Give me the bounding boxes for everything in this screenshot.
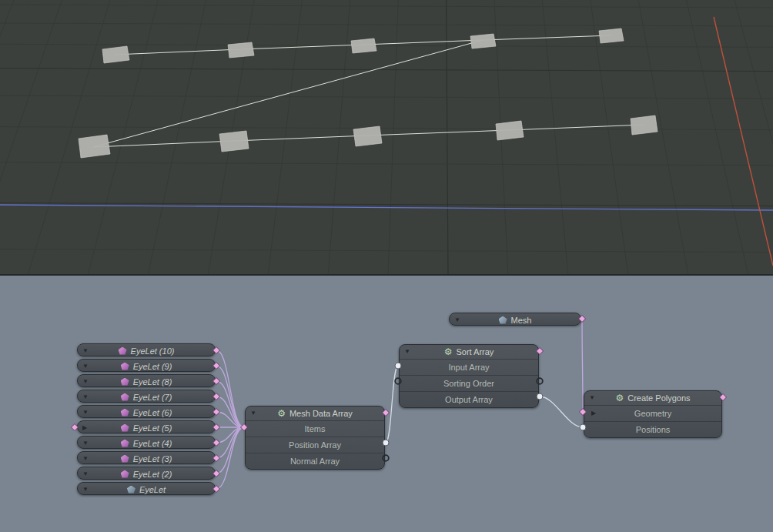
connector-sort-input[interactable] <box>395 363 401 369</box>
collapse-arrow-icon[interactable]: ▼ <box>454 316 460 323</box>
application-window: ▼EyeLet (10) ▼EyeLet (9) ▼EyeLet (8) ▼Ey… <box>0 0 773 532</box>
row-positions[interactable]: Positions <box>584 421 721 437</box>
wire-eyelet9-to-mdaItems[interactable] <box>216 366 244 427</box>
eyelet-quad[interactable] <box>102 46 129 63</box>
collapse-arrow-icon[interactable]: ▼ <box>82 440 89 446</box>
mesh-item-icon <box>119 347 127 355</box>
node-eyelet-2[interactable]: ▼EyeLet (2) <box>77 467 216 480</box>
collapse-arrow-icon[interactable]: ▼ <box>82 486 89 492</box>
node-title: Mesh Data Array <box>289 409 353 418</box>
node-eyelet-10[interactable]: ▼EyeLet (10) <box>77 343 216 356</box>
node-title: Sort Array <box>456 347 494 356</box>
collapse-arrow-icon[interactable]: ▼ <box>589 395 595 401</box>
collapse-arrow-icon[interactable]: ▼ <box>82 470 89 477</box>
node-eyelet-5[interactable]: ▶EyeLet (5) <box>77 420 216 433</box>
wire-eyelet10-to-mdaItems[interactable] <box>216 350 244 427</box>
eyelet-quad[interactable] <box>470 34 496 49</box>
eyelet-quad[interactable] <box>219 131 249 152</box>
wire-sortOut-to-cpPos[interactable] <box>540 396 583 427</box>
node-title: EyeLet (8) <box>133 377 172 386</box>
eyelet-quad[interactable] <box>228 42 254 58</box>
node-eyelet-6[interactable]: ▼EyeLet (6) <box>77 405 216 418</box>
collapse-arrow-icon[interactable]: ▼ <box>82 393 89 400</box>
gear-icon: ⚙ <box>444 347 453 356</box>
mesh-item-icon <box>127 486 136 494</box>
node-eyelet-8[interactable]: ▼EyeLet (8) <box>77 374 216 387</box>
row-geometry[interactable]: ▶Geometry <box>584 405 721 421</box>
node-eyelet-9[interactable]: ▼EyeLet (9) <box>77 359 216 372</box>
node-title: Mesh <box>511 316 532 325</box>
expand-arrow-icon[interactable]: ▶ <box>591 410 596 417</box>
collapse-arrow-icon[interactable]: ▼ <box>82 455 89 461</box>
wire-eyelet3-to-mdaItems[interactable] <box>216 427 244 458</box>
schematic-viewport[interactable]: ▼EyeLet (10) ▼EyeLet (9) ▼EyeLet (8) ▼Ey… <box>0 276 773 532</box>
wire-eyelet7-to-mdaItems[interactable] <box>216 396 244 427</box>
row-sorting-order[interactable]: Sorting Order <box>400 375 538 391</box>
eyelet-quad[interactable] <box>496 121 524 140</box>
node-title: EyeLet (4) <box>133 439 172 448</box>
mesh-item-icon <box>121 455 129 463</box>
eyelet-quad[interactable] <box>351 38 376 53</box>
mesh-item-icon <box>121 440 129 447</box>
collapse-arrow-icon[interactable]: ▼ <box>82 363 89 369</box>
wire-eyelet2-to-mdaItems[interactable] <box>216 427 244 473</box>
mesh-item-icon <box>121 378 129 386</box>
node-mesh-data-array[interactable]: ▼⚙Mesh Data Array Items Position Array N… <box>245 406 385 470</box>
mesh-item-icon <box>121 409 129 417</box>
node-mesh[interactable]: ▼Mesh <box>449 313 581 326</box>
row-input-array[interactable]: Input Array <box>400 359 538 375</box>
wire-meshOut-to-cpGeo[interactable] <box>582 319 583 412</box>
wire-eyelet6-to-mdaItems[interactable] <box>216 412 244 427</box>
eyelet-quad[interactable] <box>353 126 382 146</box>
gear-icon: ⚙ <box>277 409 286 418</box>
wire-eyelet8-to-mdaItems[interactable] <box>216 381 244 427</box>
node-title: EyeLet (7) <box>133 393 172 402</box>
mesh-item-icon <box>499 316 507 324</box>
collapse-arrow-icon[interactable]: ▼ <box>82 409 89 415</box>
collapse-arrow-icon[interactable]: ▼ <box>250 410 256 417</box>
node-eyelet-7[interactable]: ▼EyeLet (7) <box>77 390 216 403</box>
mesh-item-icon <box>121 393 129 401</box>
viewport-background <box>0 0 773 276</box>
gear-icon: ⚙ <box>615 393 624 403</box>
node-sort-array[interactable]: ▼⚙Sort Array Input Array Sorting Order O… <box>399 344 539 408</box>
row-normal-array[interactable]: Normal Array <box>246 453 384 469</box>
row-label: Positions <box>636 425 671 434</box>
eyelet-quad[interactable] <box>631 115 658 135</box>
mesh-item-icon <box>121 424 129 432</box>
wire-eyelet1-to-mdaItems[interactable] <box>216 427 244 489</box>
connector-cp-positions-input[interactable] <box>580 424 586 430</box>
row-items[interactable]: Items <box>246 420 384 437</box>
connector-sort-output[interactable] <box>537 393 543 400</box>
node-create-polygons[interactable]: ▼⚙Create Polygons ▶Geometry Positions <box>584 390 722 438</box>
wire-mdaPos-to-sortIn[interactable] <box>386 366 398 443</box>
node-eyelet-4[interactable]: ▼EyeLet (4) <box>77 436 216 449</box>
node-eyelet-3[interactable]: ▼EyeLet (3) <box>77 451 216 464</box>
node-title: EyeLet (6) <box>133 408 172 417</box>
node-title: EyeLet (3) <box>133 454 172 463</box>
node-title: EyeLet (9) <box>133 362 172 371</box>
expand-arrow-icon[interactable]: ▶ <box>82 424 87 430</box>
connector-mda-position-output[interactable] <box>383 440 389 446</box>
collapse-arrow-icon[interactable]: ▼ <box>404 349 410 355</box>
viewport-canvas <box>0 0 773 276</box>
row-output-array[interactable]: Output Array <box>400 391 538 407</box>
eyelet-quad[interactable] <box>79 135 110 158</box>
node-eyelet-1[interactable]: ▼EyeLet <box>77 482 216 495</box>
node-title: EyeLet (10) <box>131 346 175 356</box>
eyelet-quad[interactable] <box>599 28 624 43</box>
3d-viewport[interactable] <box>0 0 773 276</box>
mesh-item-icon <box>121 470 129 478</box>
wire-eyelet4-to-mdaItems[interactable] <box>216 427 244 443</box>
node-title: Create Polygons <box>627 393 690 403</box>
node-title: EyeLet <box>139 485 166 494</box>
row-position-array[interactable]: Position Array <box>246 437 384 453</box>
collapse-arrow-icon[interactable]: ▼ <box>82 378 89 384</box>
mesh-item-icon <box>121 363 129 370</box>
collapse-arrow-icon[interactable]: ▼ <box>82 347 89 353</box>
row-label: Geometry <box>634 409 671 418</box>
node-title: EyeLet (5) <box>133 423 172 433</box>
node-title: EyeLet (2) <box>133 470 172 479</box>
